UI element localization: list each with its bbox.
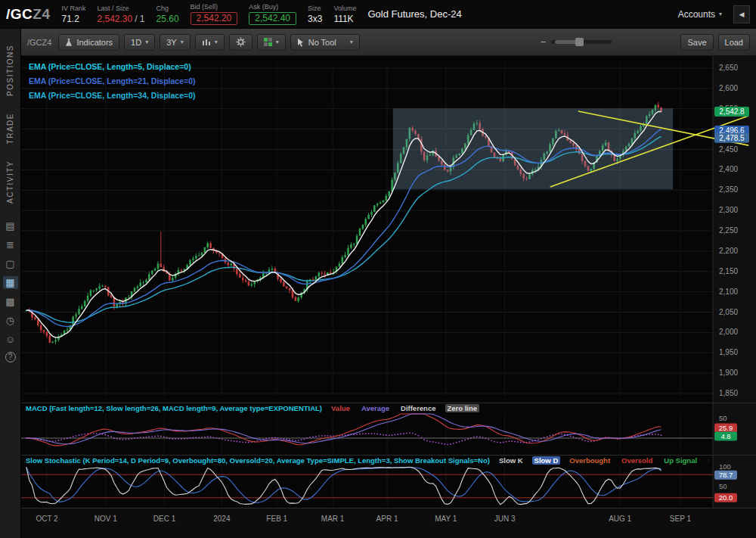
x-axis-label: FEB 1	[266, 515, 287, 523]
macd-study-label[interactable]: MACD (Fast length=12, Slow length=26, MA…	[26, 404, 322, 412]
svg-text:50: 50	[719, 414, 727, 422]
svg-text:2,478.5: 2,478.5	[719, 134, 745, 142]
bid-label: Bid (Sell)	[191, 3, 238, 11]
svg-text:1,950: 1,950	[719, 348, 738, 356]
slow-d-line	[26, 467, 662, 502]
active-chart-icon[interactable]: ▦	[3, 276, 18, 289]
svg-text:2,300: 2,300	[719, 206, 738, 214]
legend-item[interactable]: Zero line	[445, 404, 480, 412]
cursor-icon	[297, 38, 305, 47]
slow-k-line	[26, 467, 662, 504]
bar-chart-icon	[202, 38, 211, 46]
x-axis-label: MAR 1	[321, 515, 345, 523]
chevron-down-icon: ▾	[181, 39, 184, 45]
x-axis-label: 2024	[213, 515, 230, 523]
svg-text:2,542.8: 2,542.8	[719, 107, 745, 116]
legend-item[interactable]: Slow D	[532, 456, 561, 465]
zoom-control: −	[541, 36, 612, 48]
gear-icon	[236, 37, 246, 47]
zoom-out-icon[interactable]: −	[541, 36, 547, 48]
x-axis-label: NOV 1	[94, 515, 117, 523]
stochastic-legend: Slow Stochastic (K Period=14, D Period=9…	[26, 456, 709, 465]
price-chart-canvas[interactable]: 2,6502,6002,5502,5002,4502,4002,3502,300…	[21, 56, 756, 403]
legend-item[interactable]: Up Signal	[662, 456, 699, 465]
chevron-down-icon: ▾	[215, 39, 218, 45]
sidebar-tab-trade[interactable]: TRADE	[6, 104, 14, 152]
svg-text:20.0: 20.0	[719, 493, 733, 502]
ask-price-button[interactable]: 2,542.40	[249, 12, 296, 25]
legend-item[interactable]: Difference	[398, 404, 438, 412]
chevron-down-icon: ▾	[350, 39, 353, 45]
time-axis: OCT 2NOV 1DEC 12024FEB 1MAR 1APR 1MAY 1J…	[21, 508, 756, 538]
x-axis-label: JUN 3	[494, 515, 516, 523]
bid-price-button[interactable]: 2,542.20	[191, 12, 238, 25]
zoom-slider-handle[interactable]	[575, 38, 584, 46]
drawing-tool-dropdown[interactable]: No Tool ▾	[290, 34, 360, 51]
svg-text:2,000: 2,000	[719, 328, 738, 336]
trading-platform: /GCZ4 IV Rank 71.2 Last / Size 2,542.30 …	[0, 0, 756, 538]
stochastic-panel[interactable]: Slow Stochastic (K Period=14, D Period=9…	[21, 455, 756, 508]
quote-header: /GCZ4 IV Rank 71.2 Last / Size 2,542.30 …	[0, 0, 756, 29]
size-label: Size	[308, 5, 322, 12]
clock-icon[interactable]: ◷	[3, 314, 18, 327]
save-button[interactable]: Save	[680, 34, 713, 51]
size-value: 3x3	[308, 14, 322, 24]
interval-dropdown[interactable]: 1D▾	[124, 34, 155, 51]
last-size-field: Last / Size 2,542.30 / 1	[97, 5, 144, 24]
svg-text:2,600: 2,600	[719, 84, 738, 92]
ema-study-label[interactable]: EMA (Price=CLOSE, Length=34, Displace=0)	[29, 91, 195, 100]
price-chart[interactable]: 2,6502,6002,5502,5002,4502,4002,3502,300…	[21, 56, 756, 403]
pattern-dropdown[interactable]: ▾	[257, 34, 286, 51]
ask-label: Ask (Buy)	[249, 3, 296, 11]
legend-item[interactable]: Down Signal	[706, 456, 709, 465]
x-axis-label: OCT 2	[36, 515, 57, 523]
svg-text:2,100: 2,100	[719, 288, 738, 296]
bid-field: Bid (Sell) 2,542.20	[191, 3, 238, 25]
svg-text:2,650: 2,650	[719, 64, 738, 72]
legend-item[interactable]: Overbought	[567, 456, 612, 465]
study-labels: EMA (Price=CLOSE, Length=5, Displace=0)E…	[29, 62, 195, 100]
chevron-down-icon: ▾	[719, 11, 722, 17]
stochastic-study-label[interactable]: Slow Stochastic (K Period=14, D Period=9…	[26, 456, 490, 465]
legend-item[interactable]: Average	[359, 404, 392, 412]
svg-text:2,450: 2,450	[719, 145, 738, 154]
list-icon[interactable]: ≣	[3, 238, 18, 251]
legend-item[interactable]: Slow K	[497, 456, 525, 465]
chevron-down-icon: ▾	[145, 39, 148, 45]
macd-average-line	[26, 414, 662, 444]
price-bubble: 2,542.8	[714, 107, 749, 117]
svg-text:78.7: 78.7	[719, 471, 733, 479]
collapse-panel-button[interactable]: ◀	[733, 5, 750, 23]
load-button[interactable]: Load	[718, 34, 750, 51]
size-field: Size 3x3	[308, 5, 322, 24]
chart-toolbar: /GCZ4 Indicators 1D▾ 3Y▾ ▾	[21, 29, 756, 56]
legend-item[interactable]: Oversold	[619, 456, 655, 465]
chart-type-dropdown[interactable]: ▾	[195, 34, 225, 51]
help-icon[interactable]: ?	[5, 352, 16, 362]
sidebar-tab-activity[interactable]: ACTIVITY	[6, 152, 14, 212]
iv-rank-label: IV Rank	[61, 5, 85, 12]
sidebar-tab-positions[interactable]: POSITIONS	[6, 36, 14, 104]
macd-value-bubble: 25.9	[714, 424, 737, 433]
range-dropdown[interactable]: 3Y▾	[160, 34, 190, 51]
ema-study-label[interactable]: EMA (Price=CLOSE, Length=21, Displace=0)	[29, 76, 195, 86]
svg-text:50: 50	[719, 482, 727, 490]
legend-item[interactable]: Value	[329, 404, 352, 412]
news-icon[interactable]: ▤	[3, 219, 18, 232]
zoom-slider[interactable]	[551, 40, 612, 44]
ask-field: Ask (Buy) 2,542.40	[249, 3, 296, 25]
svg-text:1,900: 1,900	[719, 369, 738, 377]
indicators-button[interactable]: Indicators	[58, 34, 119, 51]
ema-study-label[interactable]: EMA (Price=CLOSE, Length=5, Displace=0)	[29, 62, 195, 71]
grid-icon[interactable]: ▩	[3, 295, 18, 308]
symbol-root: /GC	[6, 6, 33, 22]
archive-icon[interactable]: ▢	[3, 257, 18, 270]
macd-panel[interactable]: MACD (Fast length=12, Slow length=26, MA…	[21, 403, 756, 455]
chart-settings-button[interactable]	[229, 34, 253, 51]
accounts-dropdown[interactable]: Accounts ▾	[678, 9, 722, 20]
price-bubble: 2,478.5	[714, 133, 749, 143]
people-icon[interactable]: ☺	[3, 333, 18, 346]
toolbar-symbol: /GCZ4	[27, 38, 51, 47]
symbol-month: Z4	[33, 6, 50, 22]
symbol: /GCZ4	[6, 6, 50, 23]
